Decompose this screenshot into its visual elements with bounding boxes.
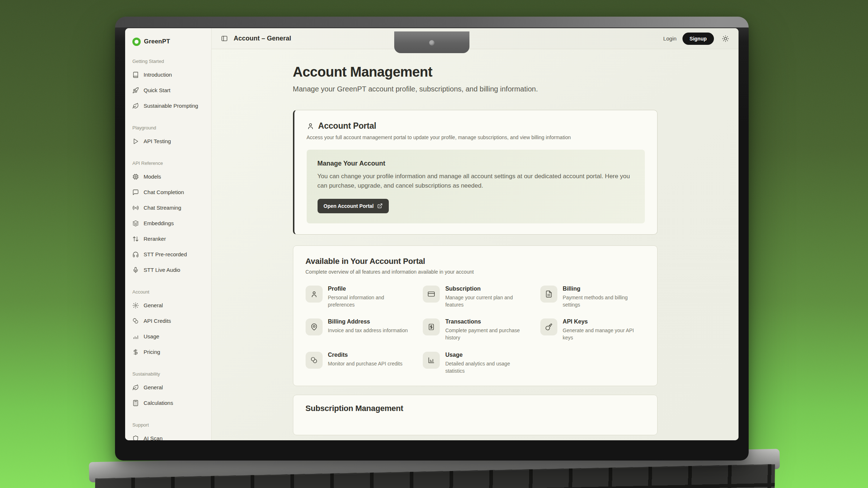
sidebar-item-stt-live-audio[interactable]: STT Live Audio [132, 262, 204, 278]
coins-icon [132, 318, 139, 324]
sidebar-item-label: Reranker [144, 236, 166, 242]
layers-icon [132, 220, 139, 227]
coins-icon [310, 356, 318, 364]
sidebar-item-stt-pre-recorded[interactable]: STT Pre-recorded [132, 247, 204, 262]
leaf-icon [132, 103, 139, 109]
login-link[interactable]: Login [663, 35, 677, 42]
laptop-bezel [115, 17, 749, 27]
account-portal-header: Account Portal [307, 121, 645, 131]
sidebar-item-label: Chat Completion [144, 189, 184, 195]
features-card-title: Available in Your Account Portal [306, 257, 645, 266]
topbar: Account – General Login Signup [212, 28, 739, 49]
feature-description: Payment methods and billing settings [563, 294, 645, 309]
sidebar-item-label: General [144, 384, 163, 390]
feature-transactions: Transactions Complete payment and purcha… [423, 318, 527, 342]
sidebar-item-usage[interactable]: Usage [132, 329, 204, 344]
open-account-portal-button[interactable]: Open Account Portal [318, 199, 389, 213]
document-icon [545, 290, 553, 298]
sidebar-item-reranker[interactable]: Reranker [132, 231, 204, 247]
key-icon [545, 323, 553, 331]
sun-theme-toggle-icon[interactable] [722, 35, 729, 42]
sidebar-item-chat-streaming[interactable]: Chat Streaming [132, 200, 204, 215]
sidebar-item-api-testing[interactable]: API Testing [132, 133, 204, 149]
sidebar-item-sustainable-prompting[interactable]: Sustainable Prompting [132, 98, 204, 114]
feature-title: Billing Address [328, 318, 408, 325]
feature-title: Profile [328, 286, 410, 292]
book-icon [132, 72, 139, 78]
feature-description: Personal information and preferences [328, 294, 410, 309]
cpu-icon [132, 174, 139, 180]
sidebar-item-label: Usage [144, 333, 159, 339]
account-portal-card: Account Portal Access your full account … [293, 110, 658, 235]
page-subtitle: Manage your GreenPT account profile, sub… [293, 85, 658, 93]
feature-description: Monitor and purchase API credits [328, 360, 403, 368]
sidebar-section-support: Support AI Scan [132, 422, 204, 440]
receipt-icon [427, 323, 435, 331]
sidebar-item-quick-start[interactable]: API Testing Quick Start [132, 82, 204, 98]
chart-column-icon [427, 356, 435, 364]
content-column: Account – General Login Signup Account M… [212, 28, 739, 440]
sidebar-section-api-reference: API Reference Models Chat Completion Cha… [132, 160, 204, 278]
sidebar-item-label: Introduction [144, 72, 172, 78]
section-label: Support [132, 422, 204, 428]
sidebar-item-ai-scan[interactable]: AI Scan [132, 431, 204, 440]
signup-button[interactable]: Signup [682, 33, 714, 45]
sidebar-toggle-icon[interactable] [221, 35, 228, 42]
sidebar-item-label: Quick Start [144, 87, 170, 93]
person-icon [307, 122, 314, 130]
greenpt-logo-icon [132, 38, 141, 46]
feature-description: Manage your current plan and features [445, 294, 527, 309]
main-scroll-area[interactable]: Account Management Manage your GreenPT a… [212, 49, 739, 440]
open-account-portal-label: Open Account Portal [324, 203, 374, 209]
chat-bubble-icon [132, 189, 139, 196]
map-pin-icon [310, 323, 318, 331]
feature-title: Transactions [445, 318, 527, 325]
sidebar-item-embeddings[interactable]: Embeddings [132, 215, 204, 231]
sidebar-item-models[interactable]: Models [132, 169, 204, 184]
page-content: Account Management Manage your GreenPT a… [293, 49, 658, 435]
feature-title: API Keys [563, 318, 645, 325]
section-label: Getting Started [132, 59, 204, 64]
feature-profile: Profile Personal information and prefere… [306, 286, 410, 309]
rocket-icon [132, 87, 139, 94]
feature-description: Detailed analytics and usage statistics [445, 360, 527, 375]
sidebar-item-label: Embeddings [144, 220, 174, 226]
leaf-icon [132, 384, 139, 391]
laptop-camera [429, 40, 435, 46]
sidebar-item-chat-completion[interactable]: Chat Completion [132, 184, 204, 200]
laptop-notch [394, 31, 469, 53]
sidebar-item-label: AI Scan [144, 435, 163, 440]
credit-card-icon [427, 290, 435, 298]
sidebar-item-label: API Testing [144, 138, 171, 144]
broadcast-icon [132, 205, 139, 211]
manage-account-box: Manage Your Account You can change your … [307, 150, 645, 223]
account-portal-title: Account Portal [318, 121, 376, 131]
sidebar: GreenPT Getting Started Introduction API… [125, 28, 212, 440]
sidebar-item-label: Pricing [144, 349, 160, 355]
sidebar-item-pricing[interactable]: Pricing [132, 344, 204, 360]
sidebar-item-api-credits[interactable]: API Credits [132, 313, 204, 329]
feature-title: Usage [445, 352, 527, 358]
sidebar-section-sustainability: Sustainability General Calculations [132, 371, 204, 411]
sidebar-item-label: General [144, 302, 163, 308]
sidebar-item-label: Calculations [144, 400, 173, 406]
dollar-icon [132, 349, 139, 355]
feature-description: Invoice and tax address information [328, 327, 408, 334]
microphone-icon [132, 267, 139, 273]
sidebar-item-label: Chat Streaming [144, 205, 181, 211]
sidebar-item-sustainability-general[interactable]: General [132, 380, 204, 395]
feature-title: Subscription [445, 286, 527, 292]
sidebar-item-label: STT Live Audio [144, 267, 180, 273]
sidebar-item-label: API Credits [144, 318, 171, 324]
logo[interactable]: GreenPT [132, 36, 204, 47]
feature-subscription: Subscription Manage your current plan an… [423, 286, 527, 309]
arrows-up-down-icon [132, 236, 139, 242]
sidebar-item-calculations[interactable]: Calculations [132, 395, 204, 411]
sidebar-item-introduction[interactable]: Introduction [132, 67, 204, 82]
external-link-icon [377, 203, 383, 209]
sidebar-item-account-general[interactable]: General [132, 297, 204, 313]
manage-account-title: Manage Your Account [318, 160, 634, 167]
feature-description: Generate and manage your API keys [563, 327, 645, 342]
laptop-frame: GreenPT Getting Started Introduction API… [115, 17, 749, 461]
subscription-management-title: Subscription Management [306, 404, 645, 413]
